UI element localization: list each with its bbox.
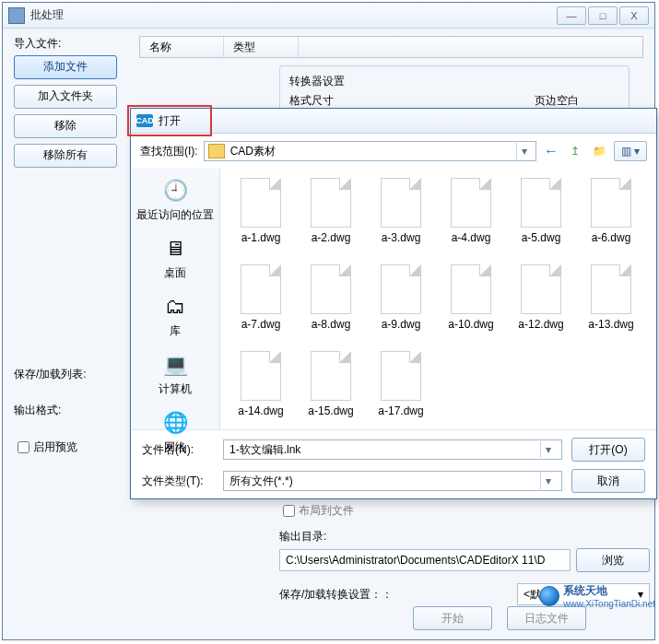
remove-button[interactable]: 移除 <box>14 114 117 138</box>
col-type[interactable]: 类型 <box>224 37 299 57</box>
maximize-button[interactable]: □ <box>588 6 618 25</box>
file-item[interactable]: a-15.dwg <box>296 351 366 429</box>
file-name-label: a-5.dwg <box>506 231 576 244</box>
open-dialog-title: 打开 <box>159 113 181 129</box>
file-thumb-icon <box>521 178 561 228</box>
watermark-brand: 系统天地 <box>563 583 655 599</box>
lookin-value: CAD素材 <box>230 144 276 159</box>
file-item[interactable]: a-9.dwg <box>366 264 436 344</box>
file-name-label: a-8.dwg <box>296 318 366 331</box>
places-bar: 🕘 最近访问的位置 🖥 桌面 🗂 库 💻 计算机 <box>131 169 220 429</box>
output-format-label: 输出格式: <box>14 403 124 418</box>
file-name-label: a-4.dwg <box>436 231 506 244</box>
open-button[interactable]: 打开(O) <box>571 438 645 462</box>
file-thumb-icon <box>591 264 631 314</box>
format-size-label: 格式尺寸 <box>289 93 334 109</box>
file-name-label: a-2.dwg <box>296 231 366 244</box>
globe-icon <box>539 586 559 606</box>
output-dir-value: C:\Users\Administrator\Documents\CADEdit… <box>286 554 545 567</box>
file-name-label: a-12.dwg <box>506 318 576 331</box>
file-thumb-icon <box>381 351 421 401</box>
window-title: 批处理 <box>30 7 555 23</box>
file-thumb-icon <box>451 264 491 314</box>
add-file-button[interactable]: 添加文件 <box>14 55 117 79</box>
file-thumb-icon <box>241 178 281 228</box>
file-name-label: a-6.dwg <box>576 231 646 244</box>
place-recent-label: 最近访问的位置 <box>135 207 216 223</box>
file-name-label: a-9.dwg <box>366 318 436 331</box>
col-name[interactable]: 名称 <box>140 37 224 57</box>
open-dialog-body: 🕘 最近访问的位置 🖥 桌面 🗂 库 💻 计算机 <box>131 169 656 429</box>
add-folder-button[interactable]: 加入文件夹 <box>14 85 117 109</box>
import-label: 导入文件: <box>14 36 124 52</box>
file-item[interactable]: a-7.dwg <box>226 264 296 344</box>
output-dir-field[interactable]: C:\Users\Administrator\Documents\CADEdit… <box>279 549 571 571</box>
file-name-label: a-15.dwg <box>296 404 366 417</box>
file-table-header: 名称 类型 <box>139 36 643 58</box>
chevron-down-icon[interactable]: ▾ <box>516 143 532 159</box>
browse-button[interactable]: 浏览 <box>576 548 650 572</box>
back-icon[interactable]: ← <box>542 142 560 160</box>
filetype-select[interactable]: 所有文件(*.*) ▾ <box>223 471 562 491</box>
enable-preview-checkbox[interactable]: 启用预览 <box>14 439 124 456</box>
left-column: 导入文件: 添加文件 加入文件夹 移除 移除所有 保存/加载列表: 输出格式: … <box>14 36 124 456</box>
converter-group-title: 转换器设置 <box>289 74 619 89</box>
library-icon: 🗂 <box>157 292 194 322</box>
file-thumb-icon <box>241 264 281 314</box>
logfile-button[interactable]: 日志文件 <box>507 606 586 630</box>
file-item[interactable]: a-4.dwg <box>436 178 506 257</box>
file-item[interactable]: a-3.dwg <box>366 178 436 257</box>
filetype-label: 文件类型(T): <box>142 474 214 489</box>
footer-buttons: 开始 日志文件 <box>413 606 586 630</box>
place-recent[interactable]: 🕘 最近访问的位置 <box>135 172 216 230</box>
cad-icon: CAD <box>136 114 153 127</box>
filetype-dropdown-icon[interactable]: ▾ <box>540 473 556 489</box>
file-pane[interactable]: a-1.dwga-2.dwga-3.dwga-4.dwga-5.dwga-6.d… <box>220 169 656 429</box>
remove-all-button[interactable]: 移除所有 <box>14 144 117 168</box>
file-item[interactable]: a-14.dwg <box>226 351 296 429</box>
file-name-label: a-10.dwg <box>436 318 506 331</box>
new-folder-icon[interactable]: 📁 <box>590 142 608 160</box>
file-item[interactable]: a-10.dwg <box>436 264 506 344</box>
filename-dropdown-icon[interactable]: ▾ <box>540 441 556 458</box>
file-item[interactable]: a-2.dwg <box>296 178 366 257</box>
file-item[interactable]: a-13.dwg <box>576 264 646 344</box>
place-library-label: 库 <box>135 323 216 339</box>
up-one-level-icon[interactable]: ↥ <box>566 142 584 160</box>
file-item[interactable]: a-17.dwg <box>366 351 436 429</box>
close-button[interactable]: X <box>619 6 649 25</box>
cancel-button[interactable]: 取消 <box>571 469 645 493</box>
lookin-row: 查找范围(I): CAD素材 ▾ ← ↥ 📁 ▥ ▾ <box>131 134 656 169</box>
wrap-to-file-label: 布局到文件 <box>299 503 354 519</box>
file-item[interactable]: a-12.dwg <box>506 264 576 344</box>
lookin-combo[interactable]: CAD素材 ▾ <box>204 141 536 161</box>
file-item[interactable]: a-5.dwg <box>506 178 576 257</box>
folder-icon <box>208 144 225 158</box>
file-thumb-icon <box>311 351 351 401</box>
file-thumb-icon <box>241 351 281 401</box>
filename-input[interactable]: 1-软文编辑.lnk ▾ <box>223 439 562 460</box>
batch-window: 批处理 — □ X 导入文件: 添加文件 加入文件夹 移除 移除所有 保存/加载… <box>2 2 655 640</box>
place-library[interactable]: 🗂 库 <box>135 288 216 346</box>
wrap-to-file-checkbox[interactable]: 布局到文件 <box>279 502 650 520</box>
place-desktop[interactable]: 🖥 桌面 <box>135 230 216 288</box>
view-menu-button[interactable]: ▥ ▾ <box>614 141 647 161</box>
file-thumb-icon <box>381 178 421 228</box>
wrap-to-file-input[interactable] <box>283 505 295 517</box>
place-computer[interactable]: 💻 计算机 <box>135 346 216 404</box>
file-item[interactable]: a-1.dwg <box>226 178 296 257</box>
start-button[interactable]: 开始 <box>413 606 492 630</box>
enable-preview-input[interactable] <box>18 441 29 453</box>
file-item[interactable]: a-8.dwg <box>296 264 366 344</box>
file-item[interactable]: a-6.dwg <box>576 178 646 257</box>
file-name-label: a-1.dwg <box>226 231 296 244</box>
window-body: 导入文件: 添加文件 加入文件夹 移除 移除所有 保存/加载列表: 输出格式: … <box>3 29 654 639</box>
minimize-button[interactable]: — <box>557 6 586 25</box>
place-computer-label: 计算机 <box>135 381 216 397</box>
open-dialog-bottom: 文件名(N): 1-软文编辑.lnk ▾ 打开(O) 文件类型(T): 所有文件… <box>131 429 656 508</box>
file-thumb-icon <box>591 178 631 228</box>
filetype-value: 所有文件(*.*) <box>229 474 293 489</box>
app-icon <box>8 7 25 24</box>
computer-icon: 💻 <box>157 350 194 380</box>
file-name-label: a-3.dwg <box>366 231 436 244</box>
